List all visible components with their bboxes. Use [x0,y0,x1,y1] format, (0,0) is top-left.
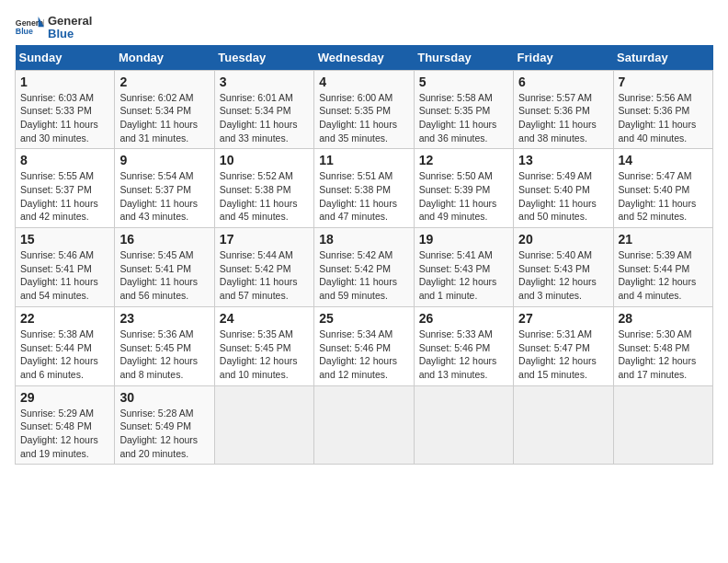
day-info: Sunrise: 5:36 AM Sunset: 5:45 PM Dayligh… [119,327,209,382]
day-info: Sunrise: 5:49 AM Sunset: 5:40 PM Dayligh… [518,169,608,224]
logo-blue: Blue [48,28,92,40]
calendar-week-3: 15Sunrise: 5:46 AM Sunset: 5:41 PM Dayli… [16,228,713,307]
day-number: 10 [220,153,309,167]
page-header: General Blue General Blue [15,15,713,41]
day-info: Sunrise: 5:46 AM Sunset: 5:41 PM Dayligh… [20,248,109,303]
day-info: Sunrise: 5:34 AM Sunset: 5:46 PM Dayligh… [319,327,408,382]
header-thursday: Thursday [414,45,513,71]
calendar-week-2: 8Sunrise: 5:55 AM Sunset: 5:37 PM Daylig… [16,149,713,228]
day-number: 14 [619,153,708,167]
day-info: Sunrise: 5:30 AM Sunset: 5:48 PM Dayligh… [619,327,708,382]
day-info: Sunrise: 6:02 AM Sunset: 5:34 PM Dayligh… [119,91,209,145]
day-info: Sunrise: 6:01 AM Sunset: 5:34 PM Dayligh… [220,91,309,145]
day-number: 29 [20,390,109,405]
day-number: 27 [518,311,608,326]
day-info: Sunrise: 5:45 AM Sunset: 5:41 PM Dayligh… [119,248,209,303]
calendar-cell: 29Sunrise: 5:29 AM Sunset: 5:48 PM Dayli… [16,385,115,465]
day-number: 21 [619,232,708,247]
day-info: Sunrise: 5:28 AM Sunset: 5:49 PM Dayligh… [119,407,209,461]
day-number: 9 [119,153,209,167]
day-number: 17 [220,232,309,247]
calendar-cell [613,385,712,465]
calendar-cell: 1Sunrise: 6:03 AM Sunset: 5:33 PM Daylig… [16,70,115,149]
day-number: 28 [619,311,708,326]
day-number: 23 [119,311,209,326]
day-info: Sunrise: 5:47 AM Sunset: 5:40 PM Dayligh… [619,169,708,224]
day-number: 13 [518,153,608,167]
day-number: 30 [119,390,209,405]
day-number: 11 [319,153,408,167]
calendar-cell [314,385,414,465]
header-monday: Monday [115,45,214,71]
calendar-cell: 4Sunrise: 6:00 AM Sunset: 5:35 PM Daylig… [314,70,414,149]
calendar-cell: 8Sunrise: 5:55 AM Sunset: 5:37 PM Daylig… [16,149,115,228]
day-number: 1 [20,75,109,89]
header-friday: Friday [514,45,613,71]
calendar-cell [214,385,313,465]
calendar-header-row: SundayMondayTuesdayWednesdayThursdayFrid… [16,45,713,71]
calendar-cell: 16Sunrise: 5:45 AM Sunset: 5:41 PM Dayli… [115,228,214,307]
day-number: 6 [518,75,608,89]
calendar-cell: 19Sunrise: 5:41 AM Sunset: 5:43 PM Dayli… [414,228,513,307]
day-info: Sunrise: 5:58 AM Sunset: 5:35 PM Dayligh… [419,91,508,145]
calendar-cell: 22Sunrise: 5:38 AM Sunset: 5:44 PM Dayli… [16,306,115,385]
calendar-cell: 11Sunrise: 5:51 AM Sunset: 5:38 PM Dayli… [314,149,414,228]
day-number: 22 [20,311,109,326]
calendar-cell: 3Sunrise: 6:01 AM Sunset: 5:34 PM Daylig… [214,70,313,149]
calendar-cell: 21Sunrise: 5:39 AM Sunset: 5:44 PM Dayli… [613,228,712,307]
day-info: Sunrise: 5:52 AM Sunset: 5:38 PM Dayligh… [220,169,309,224]
day-number: 2 [119,75,209,89]
header-wednesday: Wednesday [314,45,414,71]
day-number: 20 [518,232,608,247]
calendar-cell: 15Sunrise: 5:46 AM Sunset: 5:41 PM Dayli… [16,228,115,307]
day-number: 24 [220,311,309,326]
calendar-cell: 30Sunrise: 5:28 AM Sunset: 5:49 PM Dayli… [115,385,214,465]
day-number: 12 [419,153,508,167]
day-info: Sunrise: 5:35 AM Sunset: 5:45 PM Dayligh… [220,327,309,382]
calendar-cell: 6Sunrise: 5:57 AM Sunset: 5:36 PM Daylig… [514,70,613,149]
day-info: Sunrise: 5:33 AM Sunset: 5:46 PM Dayligh… [419,327,508,382]
day-number: 8 [20,153,109,167]
calendar-cell: 26Sunrise: 5:33 AM Sunset: 5:46 PM Dayli… [414,306,513,385]
day-number: 15 [20,232,109,247]
day-info: Sunrise: 5:40 AM Sunset: 5:43 PM Dayligh… [518,248,608,303]
header-saturday: Saturday [613,45,712,71]
day-info: Sunrise: 6:00 AM Sunset: 5:35 PM Dayligh… [319,91,408,145]
calendar-cell: 14Sunrise: 5:47 AM Sunset: 5:40 PM Dayli… [613,149,712,228]
day-info: Sunrise: 5:38 AM Sunset: 5:44 PM Dayligh… [20,327,109,382]
calendar-cell: 9Sunrise: 5:54 AM Sunset: 5:37 PM Daylig… [115,149,214,228]
day-info: Sunrise: 5:41 AM Sunset: 5:43 PM Dayligh… [419,248,508,303]
header-tuesday: Tuesday [214,45,313,71]
calendar-cell: 7Sunrise: 5:56 AM Sunset: 5:36 PM Daylig… [613,70,712,149]
day-number: 7 [619,75,708,89]
calendar-cell: 18Sunrise: 5:42 AM Sunset: 5:42 PM Dayli… [314,228,414,307]
calendar-cell: 12Sunrise: 5:50 AM Sunset: 5:39 PM Dayli… [414,149,513,228]
calendar-cell: 5Sunrise: 5:58 AM Sunset: 5:35 PM Daylig… [414,70,513,149]
calendar-cell: 13Sunrise: 5:49 AM Sunset: 5:40 PM Dayli… [514,149,613,228]
calendar-cell [414,385,513,465]
day-number: 16 [119,232,209,247]
calendar-cell: 17Sunrise: 5:44 AM Sunset: 5:42 PM Dayli… [214,228,313,307]
day-number: 18 [319,232,408,247]
day-number: 26 [419,311,508,326]
day-info: Sunrise: 5:54 AM Sunset: 5:37 PM Dayligh… [119,169,209,224]
calendar-week-5: 29Sunrise: 5:29 AM Sunset: 5:48 PM Dayli… [16,385,713,465]
day-info: Sunrise: 5:51 AM Sunset: 5:38 PM Dayligh… [319,169,408,224]
day-info: Sunrise: 5:44 AM Sunset: 5:42 PM Dayligh… [220,248,309,303]
day-info: Sunrise: 5:50 AM Sunset: 5:39 PM Dayligh… [419,169,508,224]
calendar-cell: 24Sunrise: 5:35 AM Sunset: 5:45 PM Dayli… [214,306,313,385]
calendar-week-4: 22Sunrise: 5:38 AM Sunset: 5:44 PM Dayli… [16,306,713,385]
calendar-cell: 28Sunrise: 5:30 AM Sunset: 5:48 PM Dayli… [613,306,712,385]
calendar-cell: 10Sunrise: 5:52 AM Sunset: 5:38 PM Dayli… [214,149,313,228]
day-info: Sunrise: 5:39 AM Sunset: 5:44 PM Dayligh… [619,248,708,303]
calendar-cell: 2Sunrise: 6:02 AM Sunset: 5:34 PM Daylig… [115,70,214,149]
day-info: Sunrise: 5:56 AM Sunset: 5:36 PM Dayligh… [619,91,708,145]
day-info: Sunrise: 5:55 AM Sunset: 5:37 PM Dayligh… [20,169,109,224]
logo: General Blue General Blue [15,15,92,41]
logo-icon: General Blue [15,15,44,40]
day-info: Sunrise: 5:57 AM Sunset: 5:36 PM Dayligh… [518,91,608,145]
calendar-cell: 23Sunrise: 5:36 AM Sunset: 5:45 PM Dayli… [115,306,214,385]
calendar-cell [514,385,613,465]
calendar-cell: 27Sunrise: 5:31 AM Sunset: 5:47 PM Dayli… [514,306,613,385]
calendar-week-1: 1Sunrise: 6:03 AM Sunset: 5:33 PM Daylig… [16,70,713,149]
